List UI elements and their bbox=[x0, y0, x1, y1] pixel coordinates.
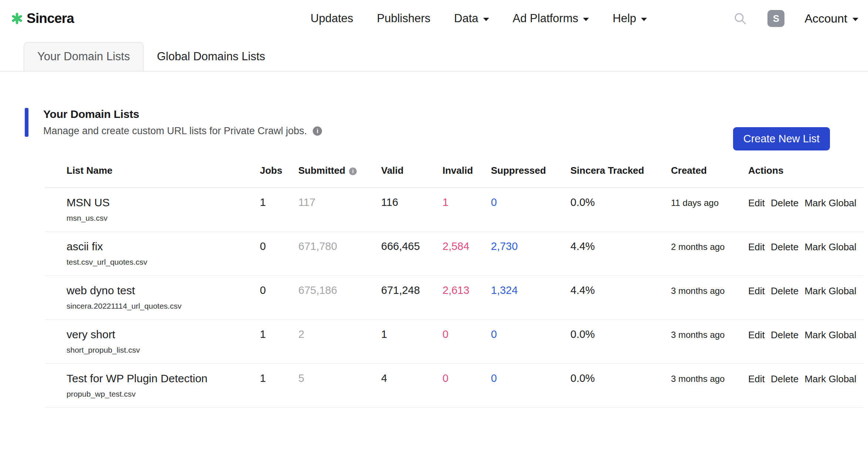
chevron-down-icon bbox=[641, 18, 647, 21]
table-row: MSN US msn_us.csv 1 117 116 1 0 0.0% 11 … bbox=[45, 188, 864, 232]
edit-action[interactable]: Edit bbox=[748, 373, 765, 384]
edit-action[interactable]: Edit bbox=[748, 241, 765, 252]
nav-item-ad-platforms[interactable]: Ad Platforms bbox=[513, 12, 589, 25]
column-header-invalid: Invalid bbox=[443, 157, 491, 188]
info-icon[interactable]: i bbox=[313, 126, 322, 136]
main-content: Create New List Your Domain Lists Manage… bbox=[0, 108, 868, 408]
domain-lists-tabs: Your Domain Lists Global Domains Lists bbox=[0, 42, 868, 71]
list-filename: sincera.20221114_url_quotes.csv bbox=[67, 302, 255, 311]
created-value: 2 months ago bbox=[671, 232, 748, 276]
list-name: MSN US bbox=[67, 196, 255, 209]
edit-action[interactable]: Edit bbox=[748, 197, 765, 208]
header-right-group: S Account bbox=[733, 10, 858, 27]
tracked-value: 0.0% bbox=[570, 364, 671, 408]
tracked-value: 4.4% bbox=[570, 276, 671, 320]
submitted-value: 675,186 bbox=[298, 276, 381, 320]
suppressed-value: 2,730 bbox=[491, 232, 570, 276]
delete-action[interactable]: Delete bbox=[771, 241, 799, 252]
table-row: very short short_propub_list.csv 1 2 1 0… bbox=[45, 320, 864, 364]
account-label: Account bbox=[804, 12, 847, 26]
list-name: web dyno test bbox=[67, 284, 255, 297]
chevron-down-icon bbox=[583, 18, 589, 21]
tracked-value: 0.0% bbox=[570, 188, 671, 232]
column-header-created: Created bbox=[671, 157, 748, 188]
valid-value: 116 bbox=[381, 188, 443, 232]
list-name: ascii fix bbox=[67, 240, 255, 253]
list-filename: msn_us.csv bbox=[67, 214, 255, 223]
search-icon[interactable] bbox=[733, 11, 747, 26]
nav-item-help[interactable]: Help bbox=[613, 12, 647, 25]
page-subtitle: Manage and create custom URL lists for P… bbox=[43, 125, 322, 137]
tab-your-domain-lists[interactable]: Your Domain Lists bbox=[24, 42, 143, 71]
invalid-value: 0 bbox=[443, 364, 491, 408]
suppressed-value: 1,324 bbox=[491, 276, 570, 320]
brand-logo[interactable]: Sincera bbox=[11, 11, 74, 26]
nav-item-label: Help bbox=[613, 12, 636, 25]
main-nav: Updates Publishers Data Ad Platforms Hel… bbox=[311, 12, 647, 25]
submitted-value: 671,780 bbox=[298, 232, 381, 276]
top-navbar: Sincera Updates Publishers Data Ad Platf… bbox=[0, 0, 868, 37]
column-header-jobs: Jobs bbox=[260, 157, 298, 188]
table-row: Test for WP Plugin Detection propub_wp_t… bbox=[45, 364, 864, 408]
submitted-info-icon[interactable]: i bbox=[349, 167, 357, 175]
nav-item-label: Publishers bbox=[377, 12, 431, 25]
submitted-value: 117 bbox=[298, 188, 381, 232]
page-title: Your Domain Lists bbox=[43, 108, 322, 121]
delete-action[interactable]: Delete bbox=[771, 197, 799, 208]
mark-global-action[interactable]: Mark Global bbox=[804, 373, 856, 384]
valid-value: 1 bbox=[381, 320, 443, 364]
list-name: Test for WP Plugin Detection bbox=[67, 372, 255, 385]
avatar[interactable]: S bbox=[767, 10, 784, 27]
delete-action[interactable]: Delete bbox=[771, 285, 799, 296]
edit-action[interactable]: Edit bbox=[748, 329, 765, 340]
valid-value: 666,465 bbox=[381, 232, 443, 276]
tracked-value: 4.4% bbox=[570, 232, 671, 276]
column-header-list-name: List Name bbox=[45, 157, 260, 188]
jobs-value: 0 bbox=[260, 232, 298, 276]
valid-value: 4 bbox=[381, 364, 443, 408]
created-value: 3 months ago bbox=[671, 364, 748, 408]
tab-global-domains-lists[interactable]: Global Domains Lists bbox=[143, 43, 278, 71]
table-row: web dyno test sincera.20221114_url_quote… bbox=[45, 276, 864, 320]
column-header-label: Submitted bbox=[298, 165, 345, 176]
table-header-row: List Name Jobs Submittedi Valid Invalid … bbox=[45, 157, 864, 188]
suppressed-value: 0 bbox=[491, 188, 570, 232]
brand-name: Sincera bbox=[27, 11, 74, 26]
create-new-list-button[interactable]: Create New List bbox=[733, 127, 830, 150]
sincera-logo-icon bbox=[11, 13, 23, 24]
invalid-value: 0 bbox=[443, 320, 491, 364]
created-value: 11 days ago bbox=[671, 188, 748, 232]
nav-item-updates[interactable]: Updates bbox=[311, 12, 353, 25]
nav-item-label: Ad Platforms bbox=[513, 12, 578, 25]
edit-action[interactable]: Edit bbox=[748, 285, 765, 296]
accent-bar bbox=[25, 108, 28, 137]
list-filename: propub_wp_test.csv bbox=[67, 390, 255, 399]
table-row: ascii fix test.csv_url_quotes.csv 0 671,… bbox=[45, 232, 864, 276]
list-filename: test.csv_url_quotes.csv bbox=[67, 258, 255, 267]
mark-global-action[interactable]: Mark Global bbox=[804, 285, 856, 296]
account-menu[interactable]: Account bbox=[804, 12, 858, 26]
jobs-value: 1 bbox=[260, 320, 298, 364]
valid-value: 671,248 bbox=[381, 276, 443, 320]
column-header-actions: Actions bbox=[748, 157, 864, 188]
domain-lists-table: List Name Jobs Submittedi Valid Invalid … bbox=[45, 157, 868, 408]
submitted-value: 5 bbox=[298, 364, 381, 408]
list-filename: short_propub_list.csv bbox=[67, 346, 255, 355]
jobs-value: 0 bbox=[260, 276, 298, 320]
invalid-value: 1 bbox=[443, 188, 491, 232]
mark-global-action[interactable]: Mark Global bbox=[804, 329, 856, 340]
nav-item-data[interactable]: Data bbox=[454, 12, 489, 25]
jobs-value: 1 bbox=[260, 364, 298, 408]
delete-action[interactable]: Delete bbox=[771, 329, 799, 340]
column-header-valid: Valid bbox=[381, 157, 443, 188]
mark-global-action[interactable]: Mark Global bbox=[804, 197, 856, 208]
delete-action[interactable]: Delete bbox=[771, 373, 799, 384]
column-header-sincera-tracked: Sincera Tracked bbox=[570, 157, 671, 188]
nav-item-publishers[interactable]: Publishers bbox=[377, 12, 431, 25]
column-header-submitted: Submittedi bbox=[298, 157, 381, 188]
mark-global-action[interactable]: Mark Global bbox=[804, 241, 856, 252]
list-name: very short bbox=[67, 328, 255, 341]
chevron-down-icon bbox=[483, 18, 489, 21]
invalid-value: 2,584 bbox=[443, 232, 491, 276]
tracked-value: 0.0% bbox=[570, 320, 671, 364]
